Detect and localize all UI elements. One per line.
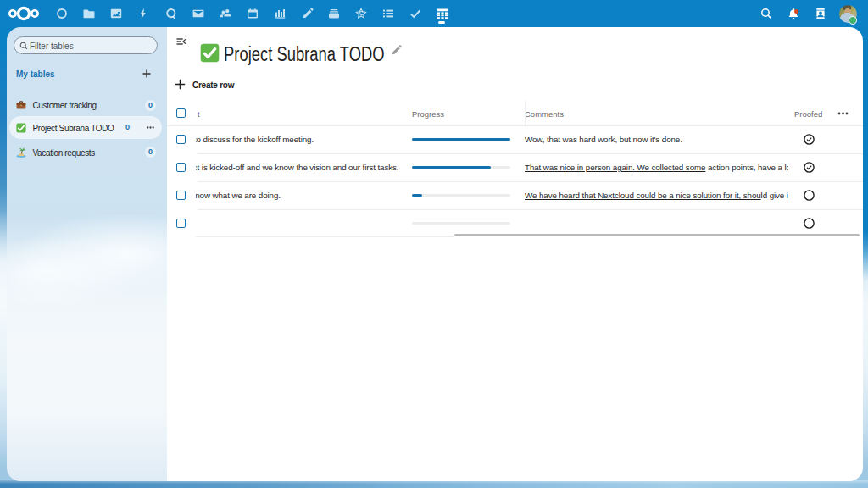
svg-text:C: C <box>359 10 364 16</box>
